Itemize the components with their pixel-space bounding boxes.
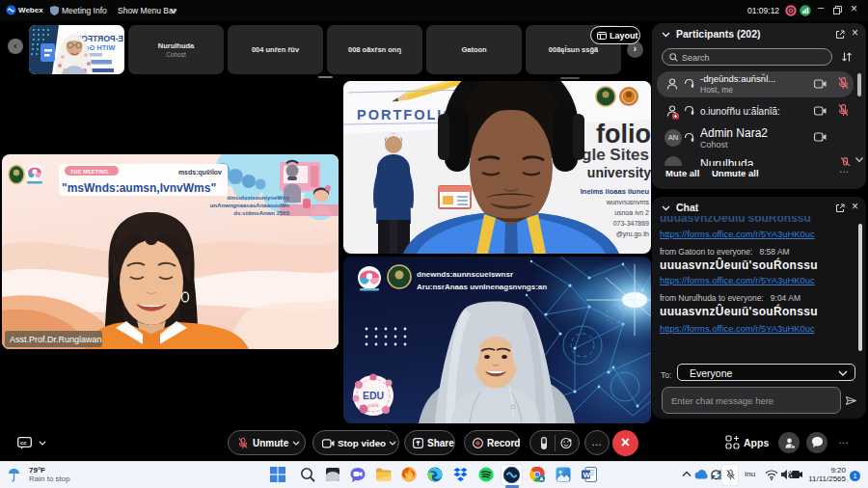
svg-text:unAnwngnaasasAnaasuuWn: unAnwngnaasasAnaasuuWn xyxy=(210,203,290,208)
svg-text:THE MEETING: THE MEETING xyxy=(70,169,109,175)
svg-text:EDU: EDU xyxy=(363,390,384,401)
svg-text:073-347869: 073-347869 xyxy=(613,220,649,227)
svg-text:cc: cc xyxy=(20,440,27,446)
svg-text:W: W xyxy=(583,471,591,479)
svg-text:folio: folio xyxy=(596,120,651,149)
svg-text:ds:sidmsAnwn 2565: ds:sidmsAnwn 2565 xyxy=(233,210,289,216)
svg-text:@yru.go.th: @yru.go.th xyxy=(616,230,649,238)
svg-text:dmsuIsviseuniyoeWny: dmsuIsviseuniyoeWny xyxy=(227,195,289,201)
svg-text:msds:quv̆ii̇ov: msds:quv̆ii̇ov xyxy=(178,169,222,176)
svg-text:Asst.Prof.Dr.Runglawan: Asst.Prof.Dr.Runglawan xyxy=(10,335,102,344)
svg-text:yalā: yalā xyxy=(366,402,379,408)
svg-text:dnewnds:aunnscueiswnsr: dnewnds:aunnscueiswnsr xyxy=(417,270,513,279)
svg-text:wunvnusnvms: wunvnusnvms xyxy=(606,199,650,205)
svg-text:Ineims iioaas iiuneu: Ineims iioaas iiuneu xyxy=(581,187,650,196)
svg-text:gle Sites: gle Sites xyxy=(582,146,649,164)
svg-text:Aru:nsrAnaas uvnInenagsnvngs:a: Aru:nsrAnaas uvnInenagsnvngs:an xyxy=(417,283,547,291)
svg-text:"msWnds:aumsn,IvnvWms": "msWnds:aumsn,IvnvWms" xyxy=(62,181,216,195)
svg-text:university: university xyxy=(587,165,651,180)
svg-text:usnoa ivn 2: usnoa ivn 2 xyxy=(614,209,649,216)
